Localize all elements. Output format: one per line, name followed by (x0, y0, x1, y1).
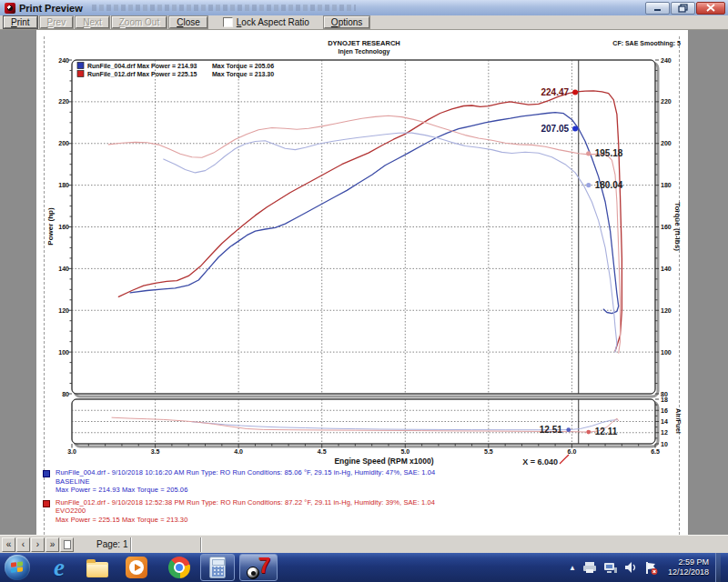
svg-text:5.0: 5.0 (400, 448, 410, 455)
taskbar-item-file-explorer[interactable] (86, 556, 109, 579)
svg-text:160: 160 (661, 224, 672, 230)
svg-text:14: 14 (661, 418, 668, 425)
system-tray: ▲ 2:59 PM 12/12/2018 (569, 553, 721, 582)
titlebar[interactable]: Print Preview (0, 0, 728, 15)
svg-text:180: 180 (58, 182, 69, 188)
svg-text:220: 220 (58, 98, 69, 105)
folder-icon (86, 562, 108, 577)
svg-text:80: 80 (62, 391, 69, 397)
svg-text:12: 12 (661, 429, 668, 436)
svg-text:180: 180 (661, 182, 672, 188)
value-label-224.47: 224.47 (541, 87, 569, 97)
statusbar: « ‹ › » Page: 1 (0, 535, 728, 553)
run2-line2: EVO2200 (56, 507, 435, 516)
torque-axis-title: Torque (ft-lbs) (673, 202, 682, 251)
svg-text:100: 100 (661, 349, 672, 356)
run1-line3: Max Power = 214.93 Max Torque = 205.06 (56, 486, 435, 495)
close-preview-button[interactable]: Close (169, 16, 207, 28)
marker-dot-12.51 (566, 427, 571, 432)
printer-icon[interactable] (582, 561, 597, 574)
clock-date: 12/12/2018 (668, 567, 709, 577)
svg-text:RunFile_012.drf Max Power = 22: RunFile_012.drf Max Power = 225.15 (87, 71, 197, 77)
svg-text:200: 200 (58, 140, 69, 146)
app-icon (5, 3, 15, 14)
clock-time: 2:59 PM (668, 557, 709, 567)
tray-expand-icon[interactable]: ▲ (569, 564, 576, 572)
network-icon[interactable] (603, 561, 618, 574)
restore-icon (678, 4, 688, 13)
svg-text:140: 140 (58, 266, 69, 272)
taskbar-item-calculator[interactable] (200, 554, 235, 581)
dyno-chart: 2402402202202002001801801601601401401201… (36, 30, 688, 468)
cursor-readout-label: X = 6.040 (522, 457, 558, 467)
svg-text:RunFile_004.drf Max Power = 21: RunFile_004.drf Max Power = 214.93 (87, 63, 197, 69)
zoom-out-button[interactable]: Zoom Out (112, 16, 167, 28)
marker-dot-195.18 (586, 151, 591, 156)
report-page: 2402402202202002001801801601601401401201… (36, 30, 688, 535)
taskbar-item-winpep[interactable]: 7 (239, 554, 278, 581)
first-page-button[interactable]: « (2, 537, 15, 552)
svg-text:Max Torque = 213.30: Max Torque = 213.30 (212, 71, 274, 78)
windows-flag-icon (11, 561, 24, 573)
next-button[interactable]: Next (76, 16, 109, 28)
document-title-faded (92, 5, 356, 11)
taskbar-item-internet-explorer[interactable]: e (47, 556, 71, 579)
next-page-button[interactable]: › (31, 537, 45, 552)
svg-text:Max Torque = 205.06: Max Torque = 205.06 (212, 63, 274, 70)
svg-text:140: 140 (661, 266, 672, 272)
svg-text:5.5: 5.5 (484, 448, 493, 455)
run1-line2: BASELINE (56, 477, 435, 487)
run2-line3: Max Power = 225.15 Max Torque = 213.30 (56, 516, 435, 525)
lock-aspect-ratio-checkbox[interactable] (223, 17, 233, 27)
value-label-12.11: 12.11 (595, 426, 618, 436)
start-button[interactable] (5, 555, 30, 580)
correction-smoothing-label: CF: SAE Smoothing: 5 (612, 40, 681, 47)
page-icon (64, 540, 71, 549)
minimize-button[interactable] (645, 2, 670, 15)
print-button[interactable]: Print (4, 16, 37, 28)
minimize-icon (653, 4, 662, 12)
run1-line1: RunFile_004.drf - 9/10/2018 10:16:20 AM … (56, 468, 435, 477)
prev-button[interactable]: Prev (40, 16, 74, 28)
svg-text:4.0: 4.0 (234, 448, 243, 455)
show-desktop-button[interactable] (715, 553, 721, 582)
statusbar-divider (200, 537, 202, 552)
window-title: Print Preview (19, 3, 83, 14)
volume-icon[interactable] (624, 561, 638, 574)
taskbar-clock[interactable]: 2:59 PM 12/12/2018 (668, 557, 709, 577)
internet-explorer-icon: e (54, 556, 65, 579)
page-number-label: Page: 1 (96, 539, 127, 549)
restore-button[interactable] (671, 2, 695, 15)
marker-dot-180.04 (586, 183, 591, 187)
svg-text:200: 200 (661, 140, 672, 146)
airfuel-axis-title: Air/Fuel (674, 408, 682, 434)
report-company: DYNOJET RESEARCH (328, 39, 400, 47)
calculator-icon (209, 557, 226, 578)
page-thumbnail-button[interactable] (60, 537, 74, 552)
action-center-flag-icon[interactable] (644, 561, 658, 575)
svg-text:240: 240 (661, 57, 672, 64)
media-player-icon (126, 557, 147, 578)
options-button[interactable]: Options (324, 16, 369, 28)
taskbar-item-chrome[interactable] (167, 556, 191, 579)
prev-page-button[interactable]: ‹ (16, 537, 30, 552)
close-button[interactable] (696, 2, 725, 15)
run-color-chip-red (43, 500, 50, 507)
x-axis-title: Engine Speed (RPM x1000) (334, 457, 433, 466)
chart-legend: RunFile_004.drf Max Power = 214.93Max To… (77, 63, 274, 78)
svg-text:120: 120 (661, 307, 672, 314)
value-label-12.51: 12.51 (540, 425, 562, 435)
toolbar: Print Prev Next Zoom Out Close Lock Aspe… (0, 15, 728, 30)
run-info-evo2200: RunFile_012.drf - 9/10/2018 12:52:38 PM … (43, 498, 671, 525)
svg-text:160: 160 (58, 224, 69, 230)
svg-text:10: 10 (661, 441, 668, 447)
cursor-pointer-tick (560, 455, 569, 464)
last-page-button[interactable]: » (46, 537, 59, 552)
value-label-180.04: 180.04 (595, 180, 623, 190)
run-info-footer: RunFile_004.drf - 9/10/2018 10:16:20 AM … (43, 468, 671, 527)
svg-text:120: 120 (58, 307, 69, 314)
taskbar-item-media-player[interactable] (125, 556, 148, 579)
chrome-icon (168, 557, 190, 578)
statusbar-divider (130, 537, 132, 552)
marker-dot-207.05 (572, 126, 578, 132)
